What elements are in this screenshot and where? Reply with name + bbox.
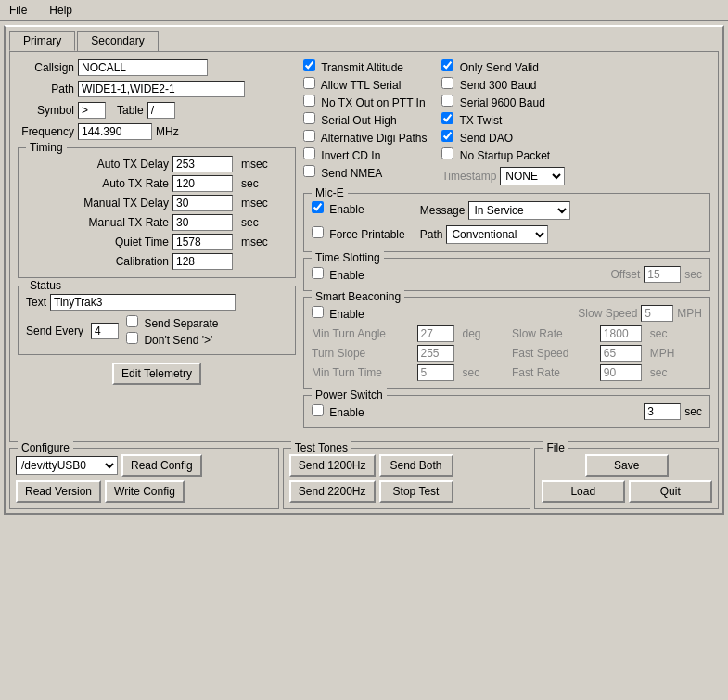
send-every-input[interactable] — [91, 323, 119, 339]
edit-telemetry-button[interactable]: Edit Telemetry — [112, 363, 201, 385]
tabs: Primary Secondary — [9, 31, 719, 51]
calibration-input[interactable] — [172, 253, 233, 270]
quit-button[interactable]: Quit — [629, 480, 712, 503]
menubar: File Help — [0, 0, 728, 21]
manual-tx-rate-input[interactable] — [172, 214, 233, 231]
alt-digi-paths-cb-label[interactable]: Alternative Digi Paths — [303, 130, 427, 145]
only-send-valid-cb[interactable] — [441, 59, 453, 71]
load-button[interactable]: Load — [542, 480, 625, 503]
time-slotting-enable-cb-label[interactable]: Enable — [312, 267, 364, 282]
slow-rate-input[interactable] — [600, 325, 642, 342]
force-printable-cb-label[interactable]: Force Printable — [312, 226, 405, 241]
path-input[interactable] — [78, 81, 245, 97]
power-switch-enable-cb-label[interactable]: Enable — [312, 404, 364, 419]
tab-secondary[interactable]: Secondary — [77, 31, 158, 51]
table-input[interactable] — [147, 102, 175, 119]
mic-e-enable-cb[interactable] — [312, 201, 324, 213]
symbol-row: Symbol Table — [18, 102, 296, 119]
serial-9600-baud-cb[interactable] — [441, 95, 453, 107]
callsign-input[interactable] — [78, 59, 208, 76]
stop-test-button[interactable]: Stop Test — [379, 480, 453, 503]
tx-twist-cb-label[interactable]: TX Twist — [441, 112, 565, 127]
offset-label: Offset — [611, 268, 641, 281]
send-dao-cb-label[interactable]: Send DAO — [441, 130, 565, 145]
no-tx-out-ptt-cb-label[interactable]: No TX Out on PTT In — [303, 95, 427, 109]
read-version-button[interactable]: Read Version — [16, 480, 101, 503]
auto-tx-rate-input[interactable] — [172, 175, 233, 192]
send-dao-cb[interactable] — [441, 130, 453, 142]
no-tx-out-ptt-cb[interactable] — [303, 95, 315, 107]
quiet-time-input[interactable] — [172, 234, 233, 250]
calibration-label: Calibration — [26, 255, 169, 268]
turn-slope-label: Turn Slope — [312, 347, 414, 360]
main-window: Primary Secondary Callsign Path Symbol T… — [4, 25, 724, 515]
tx-twist-cb[interactable] — [441, 112, 453, 124]
fast-rate-input[interactable] — [600, 364, 642, 381]
timestamp-label: Timestamp — [441, 170, 496, 183]
min-turn-time-input[interactable] — [417, 364, 454, 381]
device-select[interactable]: /dev/ttyUSB0 /dev/ttyUSB1 /dev/ttyS0 — [16, 456, 118, 475]
message-select[interactable]: In Service En Route In Range Returning C… — [468, 201, 570, 220]
min-turn-angle-unit: deg — [463, 327, 509, 340]
min-turn-angle-input[interactable] — [417, 325, 454, 342]
force-printable-cb[interactable] — [312, 226, 324, 238]
serial-out-high-cb-label[interactable]: Serial Out High — [303, 112, 427, 127]
turn-slope-input[interactable] — [417, 345, 454, 362]
smart-beaconing-enable-cb-label[interactable]: Enable — [312, 306, 364, 321]
read-config-button[interactable]: Read Config — [121, 454, 202, 477]
power-switch-title: Power Switch — [312, 388, 387, 401]
dont-send-checkbox-label[interactable]: Don't Send '>' — [126, 332, 218, 347]
serial-9600-baud-cb-label[interactable]: Serial 9600 Baud — [441, 95, 565, 109]
manual-tx-delay-input[interactable] — [172, 195, 233, 211]
transmit-altitude-cb-label[interactable]: Transmit Altitude — [303, 59, 427, 74]
only-send-valid-cb-label[interactable]: Only Send Valid — [441, 59, 565, 74]
send-separate-checkbox-label[interactable]: Send Separate — [126, 315, 218, 330]
write-config-button[interactable]: Write Config — [105, 480, 185, 503]
send-300-baud-cb[interactable] — [441, 77, 453, 89]
path-row: Path — [18, 81, 296, 97]
power-switch-enable-cb[interactable] — [312, 404, 324, 416]
fast-speed-input[interactable] — [600, 345, 642, 362]
send-nmea-cb[interactable] — [303, 165, 315, 177]
allow-ttl-serial-cb-label[interactable]: Allow TTL Serial — [303, 77, 427, 92]
dont-send-checkbox[interactable] — [126, 332, 138, 344]
send-1200hz-button[interactable]: Send 1200Hz — [289, 454, 376, 477]
send-300-baud-cb-label[interactable]: Send 300 Baud — [441, 77, 565, 92]
allow-ttl-serial-cb[interactable] — [303, 77, 315, 89]
no-startup-packet-cb[interactable] — [441, 147, 453, 159]
symbol-label: Symbol — [18, 104, 78, 117]
checkboxes-right: Only Send Valid Send 300 Baud Serial 960… — [441, 59, 565, 185]
menu-help[interactable]: Help — [44, 2, 78, 19]
send-both-button[interactable]: Send Both — [379, 454, 453, 477]
send-2200hz-button[interactable]: Send 2200Hz — [289, 480, 376, 503]
serial-out-high-cb[interactable] — [303, 112, 315, 124]
callsign-row: Callsign — [18, 59, 296, 76]
symbol-input[interactable] — [78, 102, 106, 119]
time-slotting-group: Time Slotting Enable Offset sec — [303, 258, 710, 291]
no-startup-packet-cb-label[interactable]: No Startup Packet — [441, 147, 565, 162]
power-switch-value-input[interactable] — [644, 403, 681, 420]
mic-e-enable-cb-label[interactable]: Enable — [312, 201, 405, 216]
alt-digi-paths-cb[interactable] — [303, 130, 315, 142]
save-button[interactable]: Save — [585, 454, 669, 477]
send-nmea-cb-label[interactable]: Send NMEA — [303, 165, 427, 180]
tab-primary[interactable]: Primary — [9, 31, 75, 51]
invert-cd-in-cb[interactable] — [303, 147, 315, 159]
auto-tx-delay-input[interactable] — [172, 156, 233, 172]
timestamp-select[interactable]: NONE HMS DHM — [500, 167, 565, 185]
time-slotting-enable-cb[interactable] — [312, 267, 324, 279]
status-group: Status Text Send Every Send Separate — [18, 286, 296, 355]
mic-e-path-select[interactable]: Conventional WIDE1-1 WIDE2-2 — [446, 225, 548, 244]
status-text-input[interactable] — [50, 294, 236, 311]
send-separate-checkbox[interactable] — [126, 315, 138, 327]
frequency-input[interactable] — [78, 123, 152, 140]
fast-speed-label: Fast Speed — [512, 347, 596, 360]
smart-beaconing-enable-cb[interactable] — [312, 306, 324, 318]
offset-input[interactable] — [644, 266, 681, 283]
slow-speed-input[interactable] — [641, 305, 673, 322]
menu-file[interactable]: File — [4, 2, 32, 19]
transmit-altitude-cb[interactable] — [303, 59, 315, 71]
right-column: Transmit Altitude Allow TTL Serial No TX… — [303, 59, 710, 434]
manual-tx-delay-label: Manual TX Delay — [26, 197, 169, 210]
invert-cd-in-cb-label[interactable]: Invert CD In — [303, 147, 427, 162]
